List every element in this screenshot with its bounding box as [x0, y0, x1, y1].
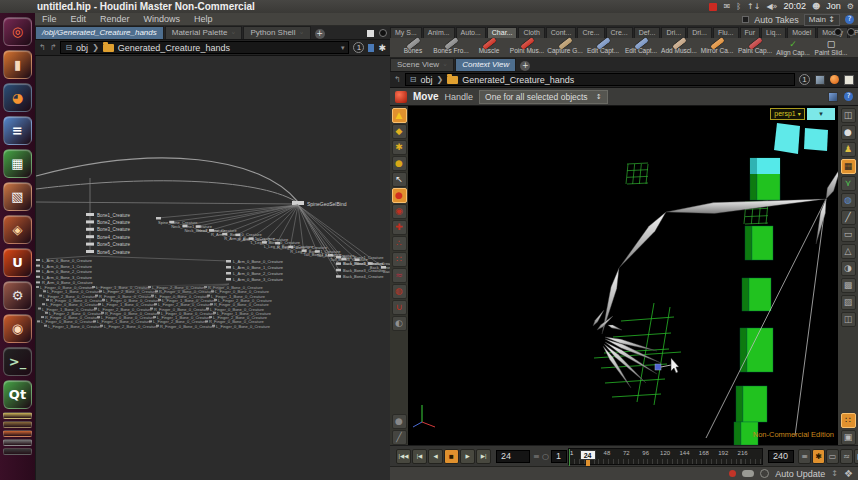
- display-option-11[interactable]: ▨: [841, 295, 856, 310]
- transport-play-reverse[interactable]: ◀: [428, 449, 443, 464]
- pane-tab[interactable]: Context View: [455, 58, 516, 71]
- shelf-tool[interactable]: Mirror Ca...: [698, 38, 736, 57]
- network-node[interactable]: [336, 275, 341, 278]
- tab-close-icon[interactable]: ◦: [231, 28, 235, 38]
- display-option-12[interactable]: ◫: [841, 312, 856, 327]
- network-node[interactable]: [41, 316, 44, 318]
- network-node[interactable]: [214, 299, 217, 301]
- display-option-3[interactable]: ▦: [841, 159, 856, 174]
- transport-go-to-end[interactable]: ▶|: [476, 449, 491, 464]
- box-side-face[interactable]: [734, 422, 741, 445]
- viewport-tool-8[interactable]: ∴: [392, 236, 407, 251]
- nav-back-icon[interactable]: ↰: [39, 43, 46, 52]
- network-node[interactable]: [36, 259, 40, 261]
- viewport-tool-0[interactable]: ▲: [392, 108, 407, 123]
- display-option-8[interactable]: △: [841, 244, 856, 259]
- menu-edit[interactable]: Edit: [64, 13, 94, 26]
- error-indicator-icon[interactable]: [729, 470, 736, 477]
- viewport-tool-14[interactable]: ●: [392, 414, 407, 429]
- display-option-10[interactable]: ▩: [841, 278, 856, 293]
- network-node[interactable]: [95, 295, 98, 297]
- shelf-menu-icon[interactable]: [834, 28, 842, 36]
- new-tab-button[interactable]: +: [315, 29, 325, 39]
- network-node[interactable]: [212, 325, 215, 327]
- pin-icon[interactable]: [368, 44, 374, 52]
- realtime-toggle[interactable]: ▶: [854, 449, 858, 464]
- handle-label[interactable]: Handle: [445, 92, 474, 102]
- pane-tab[interactable]: /obj/Generated_Creature_hands: [35, 26, 164, 39]
- network-node[interactable]: [86, 220, 94, 223]
- shelf-tool[interactable]: Edit Capt...: [622, 38, 660, 57]
- pane-tab[interactable]: Python Shell◦: [243, 26, 310, 39]
- shelf-tool[interactable]: Edit Capt...: [584, 38, 622, 57]
- network-node[interactable]: [292, 201, 304, 205]
- network-node[interactable]: [92, 286, 95, 288]
- shelf-tool[interactable]: Paint Cap...: [736, 38, 774, 57]
- auto-update-select[interactable]: Auto Update: [775, 469, 825, 479]
- viewport-tool-4[interactable]: ↖: [392, 172, 407, 187]
- playbar-display[interactable]: ▭: [826, 449, 839, 464]
- network-node[interactable]: [86, 243, 94, 246]
- viewport-tool-5[interactable]: ●: [392, 188, 407, 203]
- take-selector[interactable]: Main ↕: [804, 14, 840, 26]
- bone-geometry[interactable]: [608, 325, 622, 330]
- shelf-tool[interactable]: Bones: [394, 38, 432, 57]
- selected-geometry[interactable]: [804, 128, 828, 151]
- background-icon[interactable]: [844, 75, 854, 85]
- network-editor[interactable]: SpineGeoSelBindSpine_Bone_CreatureNeck_B…: [35, 56, 390, 480]
- shelf-tab[interactable]: Anim...: [423, 27, 455, 38]
- box-front-face[interactable]: [747, 328, 773, 372]
- network-node[interactable]: [36, 270, 40, 272]
- maximize-pane-icon[interactable]: [367, 30, 374, 37]
- network-node[interactable]: [86, 250, 94, 253]
- user-name[interactable]: Jon: [826, 0, 841, 13]
- clock[interactable]: 20:02: [783, 0, 806, 13]
- menu-file[interactable]: File: [35, 13, 64, 26]
- null-grid[interactable]: [627, 163, 648, 164]
- box-side-face[interactable]: [745, 226, 752, 260]
- network-node[interactable]: [150, 308, 153, 310]
- shelf-tab[interactable]: Fur: [740, 27, 761, 38]
- viewport-tool-7[interactable]: ✚: [392, 220, 407, 235]
- viewport-tool-15[interactable]: ╱: [392, 430, 407, 445]
- construction-line[interactable]: [654, 307, 670, 405]
- record-indicator-icon[interactable]: [709, 3, 717, 11]
- pane-tab[interactable]: Scene View◦: [390, 58, 454, 71]
- shelf-tab[interactable]: Cre...: [606, 27, 633, 38]
- network-node[interactable]: [93, 320, 96, 322]
- null-grid[interactable]: [626, 164, 628, 184]
- viewport-tool-1[interactable]: ◆: [392, 124, 407, 139]
- shelf-tab[interactable]: Flu...: [713, 27, 739, 38]
- construction-line[interactable]: [605, 379, 665, 383]
- network-node[interactable]: [156, 325, 159, 327]
- network-node[interactable]: [149, 320, 152, 322]
- viewport-tool-3[interactable]: ●: [392, 156, 407, 171]
- shelf-edit-icon[interactable]: [847, 28, 855, 36]
- viewport-mode-icon[interactable]: [828, 92, 838, 102]
- cook-indicator-icon[interactable]: [760, 469, 769, 478]
- tab-close-icon[interactable]: ◦: [299, 28, 303, 38]
- network-node[interactable]: [86, 228, 94, 231]
- dock-software-center[interactable]: ◈: [3, 215, 32, 244]
- network-node[interactable]: [36, 286, 39, 288]
- dock-ubuntu-dash[interactable]: ◎: [3, 17, 32, 46]
- pane-tab[interactable]: Material Palette◦: [165, 26, 243, 39]
- network-node[interactable]: [86, 235, 94, 238]
- transport-play-forward[interactable]: ▶: [460, 449, 475, 464]
- network-node[interactable]: [336, 262, 341, 265]
- box-front-face[interactable]: [743, 386, 767, 422]
- bone-geometry[interactable]: [619, 212, 666, 268]
- network-node[interactable]: [210, 303, 213, 305]
- shelf-tab[interactable]: Cont...: [546, 27, 577, 38]
- transport-step-back[interactable]: |◀: [412, 449, 427, 464]
- move-tool-icon[interactable]: [395, 91, 407, 103]
- timeline-ruler[interactable]: 1 48729612014416819221624: [568, 448, 763, 465]
- keyframe-options-icon[interactable]: ○: [542, 452, 549, 461]
- network-node[interactable]: [102, 299, 105, 301]
- message-log-icon[interactable]: [742, 470, 754, 477]
- link-badge[interactable]: 1: [799, 74, 810, 85]
- dock-software-updater[interactable]: ◉: [3, 314, 32, 343]
- network-node[interactable]: [100, 325, 103, 327]
- network-node[interactable]: [226, 266, 231, 269]
- display-option-4[interactable]: ⋎: [841, 176, 856, 191]
